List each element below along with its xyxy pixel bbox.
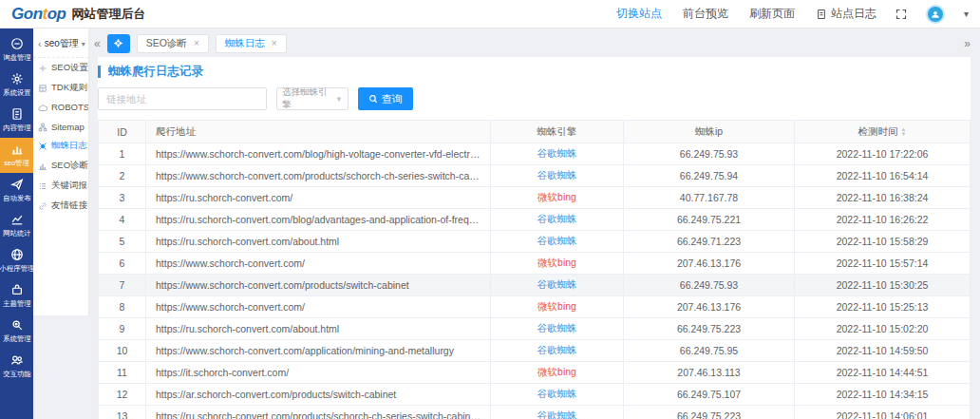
back-chevron-icon: ‹ bbox=[38, 38, 42, 49]
logo-area: Gontop 网站管理后台 bbox=[11, 5, 145, 24]
submenu-item-report[interactable]: 关键词报表 bbox=[33, 176, 88, 196]
cell-ip: 66.249.75.93 bbox=[624, 143, 795, 165]
sidebar-item-miniapp[interactable]: 小程序管理 bbox=[0, 243, 33, 278]
table-row: 3https://ru.schorch-convert.com/微软bing40… bbox=[99, 187, 971, 209]
cell-time: 2022-11-10 15:25:13 bbox=[795, 296, 971, 318]
spider-engine-select[interactable]: 选择蜘蛛引擎 ▼ bbox=[276, 87, 349, 110]
cell-url: https://www.schorch-convert.com/products… bbox=[146, 275, 491, 296]
main-area: « SEO诊断×蜘蛛日志× » 蜘蛛爬行日志记录 选择蜘蛛引擎 ▼ bbox=[88, 29, 980, 419]
sidebar-item-seo[interactable]: seo管理 bbox=[0, 138, 33, 173]
cell-url: https://www.schorch-convert.com/blog/hig… bbox=[146, 143, 491, 165]
table-row: 9https://ru.schorch-convert.com/about.ht… bbox=[99, 318, 971, 340]
search-button[interactable]: 查询 bbox=[358, 87, 413, 110]
header-menu: 切换站点前台预览刷新页面站点日志 bbox=[616, 6, 876, 22]
cell-ip: 207.46.13.176 bbox=[624, 253, 795, 275]
submenu-item-sitemap[interactable]: Sitemap bbox=[33, 118, 88, 136]
cell-id: 12 bbox=[99, 384, 146, 406]
home-tab-button[interactable] bbox=[107, 34, 130, 53]
cell-ip: 40.77.167.78 bbox=[624, 187, 795, 209]
submenu-item-label: ROBOTS设置 bbox=[51, 102, 88, 114]
select-caret-icon: ▼ bbox=[335, 95, 343, 104]
table-body: 1https://www.schorch-convert.com/blog/hi… bbox=[99, 143, 971, 419]
cell-id: 7 bbox=[99, 275, 146, 296]
column-header-5: 检测时间▲▼ bbox=[795, 121, 971, 143]
tab-overflow-icon[interactable]: » bbox=[964, 37, 971, 50]
cell-engine: 谷歌蜘蛛 bbox=[491, 406, 624, 419]
cell-time: 2022-11-10 16:54:14 bbox=[795, 165, 971, 187]
avatar[interactable] bbox=[926, 5, 945, 24]
sort-icon[interactable]: ▲▼ bbox=[901, 127, 907, 137]
cell-url: https://ru.schorch-convert.com/ bbox=[146, 187, 491, 209]
gear-icon bbox=[10, 72, 24, 86]
column-header-2: 爬行地址 bbox=[146, 121, 491, 143]
sidebar-item-content[interactable]: 内容管理 bbox=[0, 103, 33, 138]
fullscreen-icon[interactable] bbox=[895, 9, 907, 20]
sidebar-item-interact[interactable]: 交互功能 bbox=[0, 349, 33, 384]
table-row: 12https://ar.schorch-convert.com/product… bbox=[99, 384, 971, 406]
spider-engine-select-value: 选择蜘蛛引擎 bbox=[282, 86, 335, 111]
sidebar-item-label: 系统管理 bbox=[3, 333, 30, 343]
header-menu-item-2[interactable]: 前台预览 bbox=[683, 6, 728, 22]
sidebar-item-label: 询盘管理 bbox=[3, 52, 30, 62]
top-header: Gontop 网站管理后台 切换站点前台预览刷新页面站点日志 ▾ bbox=[0, 0, 980, 29]
cell-id: 2 bbox=[99, 165, 146, 187]
table-row: 11https://it.schorch-convert.com/微软bing2… bbox=[99, 362, 971, 384]
table-row: 6https://www.schorch-convert.com/微软bing2… bbox=[99, 253, 971, 275]
cell-time: 2022-11-10 14:44:51 bbox=[795, 362, 971, 384]
header-menu-item-4[interactable]: 站点日志 bbox=[816, 6, 876, 22]
sidebar-item-gear[interactable]: 系统设置 bbox=[0, 67, 33, 103]
content-icon bbox=[10, 107, 24, 121]
tab-1[interactable]: SEO诊断× bbox=[137, 34, 209, 53]
submenu-item-seo-settings[interactable]: SEO设置 bbox=[33, 58, 88, 78]
cell-id: 4 bbox=[99, 209, 146, 231]
cell-id: 11 bbox=[99, 362, 146, 384]
submenu-item-label: SEO设置 bbox=[51, 62, 88, 74]
sidebar-item-label: 内容管理 bbox=[3, 123, 30, 132]
sidebar-item-theme[interactable]: 主题管理 bbox=[0, 278, 33, 314]
submenu-header[interactable]: ‹ seo管理 ▾ bbox=[33, 29, 88, 58]
tab-close-icon[interactable]: × bbox=[272, 38, 277, 48]
spider-icon bbox=[38, 142, 47, 151]
cell-time: 2022-11-10 16:38:24 bbox=[795, 187, 971, 209]
cell-engine: 微软bing bbox=[491, 187, 624, 209]
cell-engine: 谷歌蜘蛛 bbox=[491, 209, 624, 231]
user-caret-icon[interactable]: ▾ bbox=[964, 9, 969, 19]
diagnosis-icon bbox=[38, 162, 47, 171]
submenu-item-diagnosis[interactable]: SEO诊断 bbox=[33, 156, 88, 176]
cell-id: 6 bbox=[99, 253, 146, 275]
seo-settings-icon bbox=[38, 64, 47, 73]
robots-icon bbox=[38, 104, 47, 113]
tab-label: 蜘蛛日志 bbox=[225, 37, 265, 50]
gontop-logo: Gontop bbox=[11, 5, 66, 24]
cell-ip: 66.249.75.95 bbox=[624, 340, 795, 362]
cell-url: https://ru.schorch-convert.com/about.htm… bbox=[146, 318, 491, 340]
sidebar-item-sysadmin[interactable]: 系统管理 bbox=[0, 314, 33, 349]
tabs: SEO诊断×蜘蛛日志× bbox=[137, 34, 287, 53]
header-menu-item-1[interactable]: 切换站点 bbox=[616, 6, 662, 22]
submenu-item-robots[interactable]: ROBOTS设置 bbox=[33, 98, 88, 118]
tab-2[interactable]: 蜘蛛日志× bbox=[216, 34, 287, 53]
submenu-item-spider[interactable]: 蜘蛛日志 bbox=[33, 136, 88, 156]
cell-ip: 66.249.75.223 bbox=[624, 406, 795, 419]
collapse-sidebar-icon[interactable]: « bbox=[94, 37, 101, 50]
table-row: 2https://www.schorch-convert.com/product… bbox=[99, 165, 971, 187]
header-menu-item-3[interactable]: 刷新页面 bbox=[749, 6, 795, 22]
cell-engine: 微软bing bbox=[491, 362, 624, 384]
url-search-input[interactable] bbox=[98, 87, 267, 110]
sidebar-item-publish[interactable]: 自动发布 bbox=[0, 173, 33, 208]
cell-id: 5 bbox=[99, 231, 146, 253]
tab-label: SEO诊断 bbox=[146, 37, 187, 50]
spider-log-table: ID爬行地址蜘蛛引擎蜘蛛ip检测时间▲▼ 1https://www.schorc… bbox=[98, 120, 971, 419]
sidebar-item-stats[interactable]: 网站统计 bbox=[0, 208, 33, 243]
cell-time: 2022-11-10 17:22:06 bbox=[795, 143, 971, 165]
cell-url: https://www.schorch-convert.com/ bbox=[146, 296, 491, 318]
sidebar-item-inquiry[interactable]: 询盘管理 bbox=[0, 32, 33, 67]
cell-engine: 微软bing bbox=[491, 296, 624, 318]
tab-close-icon[interactable]: × bbox=[194, 38, 199, 48]
submenu-item-tdk[interactable]: TDK规则 bbox=[33, 78, 88, 98]
interact-icon bbox=[10, 353, 24, 367]
cell-time: 2022-11-10 15:57:14 bbox=[795, 253, 971, 275]
table-row: 10https://www.schorch-convert.com/applic… bbox=[99, 340, 971, 362]
submenu-item-link[interactable]: 友情链接 bbox=[33, 196, 88, 216]
cell-time: 2022-11-10 16:26:22 bbox=[795, 209, 971, 231]
